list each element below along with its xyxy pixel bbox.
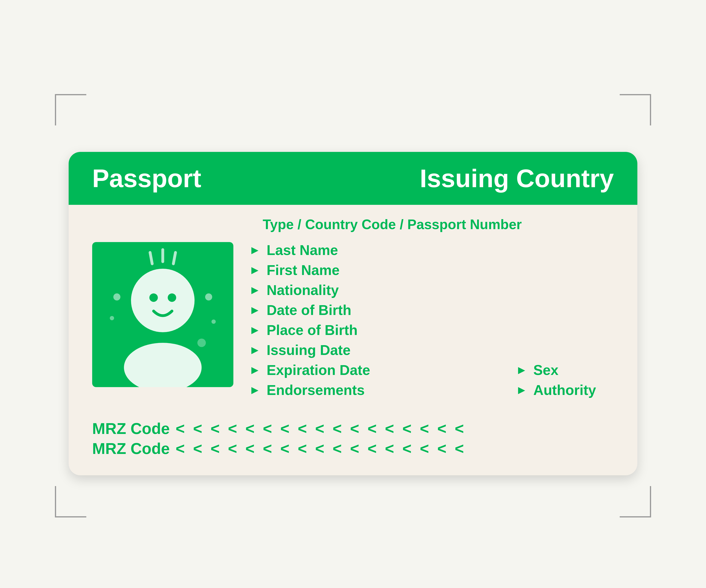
passport-title: Passport: [92, 164, 201, 193]
scan-corner-bottom-right: [620, 486, 651, 517]
svg-point-7: [197, 338, 206, 347]
field-last-name: ► Last Name: [249, 242, 508, 258]
svg-line-0: [150, 252, 152, 264]
fields-right: ► Sex ► Authority: [516, 242, 614, 402]
scan-corner-top-left: [55, 94, 86, 125]
field-label-first-name: First Name: [267, 262, 340, 278]
field-label-date-of-birth: Date of Birth: [267, 302, 351, 318]
card-wrapper: Passport Issuing Country Type / Country …: [69, 152, 637, 475]
mrz-section: MRZ Code < < < < < < < < < < < < < < < <…: [92, 414, 614, 458]
scan-corner-bottom-left: [55, 486, 86, 517]
arrow-icon: ►: [516, 364, 527, 376]
svg-point-8: [131, 269, 195, 332]
arrow-icon: ►: [249, 384, 261, 396]
svg-point-3: [113, 293, 120, 300]
fields-section: ► Last Name ► First Name ► Nationality: [249, 242, 614, 402]
arrow-icon: ►: [249, 324, 261, 336]
avatar-svg: [92, 242, 233, 387]
mrz-chevrons-2: < < < < < < < < < < < < < < < < <: [176, 439, 466, 458]
field-expiration-date: ► Expiration Date: [249, 362, 508, 378]
type-line: Type / Country Code / Passport Number: [92, 217, 614, 232]
field-issuing-date: ► Issuing Date: [249, 342, 508, 358]
card-body: Type / Country Code / Passport Number: [69, 205, 637, 475]
svg-point-6: [211, 320, 216, 324]
mrz-label-1: MRZ Code: [92, 420, 170, 438]
arrow-icon: ►: [249, 244, 261, 256]
arrow-icon: ►: [249, 344, 261, 356]
svg-point-4: [110, 316, 114, 320]
svg-line-2: [173, 252, 175, 264]
main-content: ► Last Name ► First Name ► Nationality: [92, 242, 614, 402]
mrz-line-2: MRZ Code < < < < < < < < < < < < < < < <…: [92, 439, 614, 458]
field-label-authority: Authority: [533, 382, 596, 398]
avatar-box: [92, 242, 233, 387]
field-endorsements: ► Endorsements: [249, 382, 508, 398]
arrow-icon: ►: [249, 364, 261, 376]
passport-card: Passport Issuing Country Type / Country …: [69, 152, 637, 475]
field-label-sex: Sex: [533, 362, 558, 378]
mrz-line-1: MRZ Code < < < < < < < < < < < < < < < <…: [92, 420, 614, 438]
mrz-chevrons-1: < < < < < < < < < < < < < < < < <: [176, 420, 466, 438]
field-label-issuing-date: Issuing Date: [267, 342, 350, 358]
field-authority: ► Authority: [516, 382, 614, 398]
field-sex: ► Sex: [516, 362, 614, 378]
field-label-expiration-date: Expiration Date: [267, 362, 370, 378]
field-label-last-name: Last Name: [267, 242, 338, 258]
svg-point-5: [205, 293, 212, 300]
svg-point-9: [149, 293, 158, 302]
arrow-icon: ►: [516, 384, 527, 396]
card-header: Passport Issuing Country: [69, 152, 637, 205]
field-place-of-birth: ► Place of Birth: [249, 322, 508, 338]
mrz-label-2: MRZ Code: [92, 439, 170, 458]
arrow-icon: ►: [249, 304, 261, 316]
svg-point-10: [168, 293, 176, 302]
scan-corner-top-right: [620, 94, 651, 125]
field-label-nationality: Nationality: [267, 282, 339, 298]
fields-left: ► Last Name ► First Name ► Nationality: [249, 242, 508, 402]
issuing-country-title: Issuing Country: [420, 164, 614, 193]
arrow-icon: ►: [249, 264, 261, 276]
field-label-place-of-birth: Place of Birth: [267, 322, 357, 338]
field-label-endorsements: Endorsements: [267, 382, 364, 398]
arrow-icon: ►: [249, 284, 261, 296]
field-first-name: ► First Name: [249, 262, 508, 278]
field-date-of-birth: ► Date of Birth: [249, 302, 508, 318]
svg-point-11: [124, 343, 202, 387]
field-nationality: ► Nationality: [249, 282, 508, 298]
